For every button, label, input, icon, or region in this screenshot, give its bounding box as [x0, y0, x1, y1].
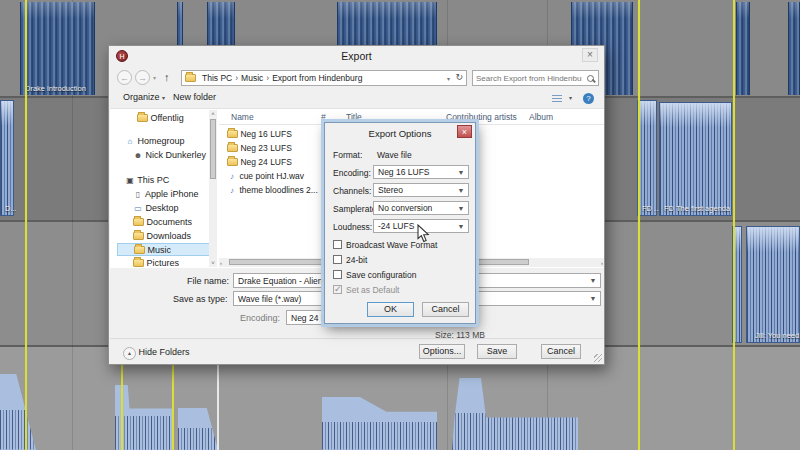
audio-file-icon: ♪	[227, 184, 237, 198]
search-box[interactable]	[472, 70, 599, 86]
sidebar-item-apple-iphone[interactable]: ▯ Apple iPhone	[133, 188, 199, 201]
audio-clip[interactable]	[788, 2, 800, 95]
channels-label: Channels:	[333, 186, 371, 196]
sidebar-item-nick-dunkerley[interactable]: ☻ Nick Dunkerley	[133, 149, 206, 162]
save-button[interactable]: Save	[477, 344, 517, 359]
24-bit-checkbox[interactable]	[333, 255, 342, 264]
chevron-down-icon[interactable]: ▼	[455, 220, 467, 232]
ok-button[interactable]: OK	[367, 302, 414, 317]
list-item-folder[interactable]: Neg 23 LUFS	[227, 141, 292, 155]
column-header-name[interactable]: Name	[231, 112, 254, 122]
chevron-down-icon[interactable]: ▼	[587, 274, 599, 287]
sidebar-scrollbar[interactable]: ˄ ˅	[209, 110, 217, 267]
user-icon: ☻	[133, 149, 143, 162]
address-dropdown-icon[interactable]: ▾	[447, 75, 450, 82]
list-item-audio-file[interactable]: ♪ theme bloodlines 2...	[227, 183, 318, 197]
marker-line[interactable]	[733, 0, 735, 450]
sidebar-item-pictures[interactable]: Pictures	[133, 257, 179, 270]
cancel-button[interactable]: Cancel	[541, 344, 581, 359]
audio-file-icon: ♪	[227, 170, 237, 184]
new-folder-button[interactable]: New folder	[173, 92, 216, 102]
options-dialog-title: Export Options	[325, 128, 475, 139]
encoding-select[interactable]: Neg 16 LUFS ▼	[373, 165, 469, 179]
save-configuration-checkbox[interactable]	[333, 270, 342, 279]
options-button[interactable]: Options...	[419, 344, 465, 359]
hide-folders-button[interactable]: ▲ Hide Folders	[123, 347, 190, 360]
column-header-contributing-artists[interactable]: Contributing artists	[446, 112, 517, 122]
clip-label: FD The first agenda	[664, 204, 730, 213]
chevron-down-icon[interactable]: ▼	[455, 202, 467, 214]
audio-clip[interactable]: FD ...	[637, 100, 657, 216]
help-icon[interactable]: ?	[583, 93, 594, 104]
sidebar-item-this-pc[interactable]: ▣ This PC	[125, 174, 169, 187]
cancel-button[interactable]: Cancel	[422, 302, 469, 317]
format-value: Wave file	[377, 150, 412, 160]
encoding-label: Encoding:	[240, 313, 280, 323]
encoding-label: Encoding:	[333, 168, 371, 178]
scroll-down-icon[interactable]: ˅	[209, 259, 217, 267]
forward-button[interactable]: →	[135, 70, 150, 85]
chevron-down-icon[interactable]: ▼	[455, 166, 467, 178]
channels-select[interactable]: Stereo ▼	[373, 183, 469, 197]
chevron-down-icon[interactable]: ▼	[587, 292, 599, 305]
close-icon[interactable]: ×	[582, 48, 598, 62]
sidebar-item-downloads[interactable]: Downloads	[133, 230, 191, 243]
scroll-left-icon[interactable]: ‹	[220, 259, 222, 267]
scrollbar-thumb[interactable]	[210, 119, 216, 179]
column-header-album[interactable]: Album	[529, 112, 553, 122]
homegroup-icon: ⌂	[125, 135, 135, 148]
audio-clip[interactable]: D...	[0, 100, 14, 216]
audio-clip[interactable]: Jill: You need to	[746, 226, 800, 343]
save-as-type-label: Save as type:	[173, 294, 228, 304]
set-as-default-label: Set as Default	[346, 285, 399, 295]
scroll-right-icon[interactable]: ›	[601, 259, 603, 267]
scroll-up-icon[interactable]: ˄	[209, 110, 217, 118]
broadcast-wave-format-checkbox[interactable]	[333, 240, 342, 249]
search-icon	[587, 75, 594, 82]
list-item-folder[interactable]: Neg 24 LUFS	[227, 155, 292, 169]
phone-icon: ▯	[133, 188, 143, 201]
folder-icon	[133, 259, 144, 267]
audio-clip[interactable]: FD The first agenda	[659, 102, 732, 216]
view-list-icon[interactable]	[552, 95, 562, 103]
column-header-title[interactable]: Title	[346, 112, 362, 122]
column-header-number[interactable]: #	[321, 112, 326, 122]
sidebar-item-music[interactable]: Music	[117, 243, 211, 256]
samplerate-label: Samplerate:	[333, 204, 379, 214]
marker-line[interactable]	[638, 0, 640, 450]
folder-icon	[137, 114, 148, 122]
breadcrumb-export-from-hindenburg[interactable]: Export from Hindenburg	[269, 71, 365, 86]
list-item-folder[interactable]: Neg 16 LUFS	[227, 127, 292, 141]
breadcrumb-this-pc[interactable]: This PC	[199, 71, 235, 86]
caret-down-icon: ▾	[162, 95, 165, 101]
clip-label: D...	[5, 204, 16, 213]
format-label: Format:	[333, 150, 362, 160]
up-button[interactable]: ↑	[164, 71, 170, 83]
organize-button[interactable]: Organize ▾	[123, 92, 165, 102]
sidebar-item-homegroup[interactable]: ⌂ Homegroup	[125, 135, 185, 148]
resize-grip[interactable]	[594, 354, 602, 362]
back-button[interactable]: ←	[117, 70, 132, 85]
clip-label: Drake introduction	[25, 84, 86, 93]
chevron-down-icon[interactable]: ▼	[455, 184, 467, 196]
sidebar-item-documents[interactable]: Documents	[133, 216, 192, 229]
breadcrumb-music[interactable]: Music	[238, 71, 266, 86]
samplerate-select[interactable]: No conversion ▼	[373, 201, 469, 215]
sidebar-item-offentlig[interactable]: Offentlig	[137, 112, 184, 125]
clip-label: FD ...	[642, 204, 659, 213]
search-input[interactable]	[476, 71, 582, 85]
set-as-default-checkbox[interactable]	[333, 285, 342, 294]
breadcrumb[interactable]: This PC›Music›Export from Hindenburg ▾ ↻	[181, 70, 467, 86]
audio-clip[interactable]	[736, 2, 750, 95]
folder-icon	[227, 144, 238, 152]
audio-clip[interactable]: Drake introduction	[20, 2, 95, 95]
marker-line[interactable]	[25, 0, 27, 450]
list-item-audio-file[interactable]: ♪ cue point HJ.wav	[227, 169, 304, 183]
sidebar-item-desktop[interactable]: ▭ Desktop	[133, 202, 179, 215]
recent-locations-icon[interactable]: ▾	[153, 74, 156, 81]
close-icon[interactable]: ×	[457, 125, 472, 138]
refresh-icon[interactable]: ↻	[455, 72, 463, 82]
view-dropdown-icon[interactable]: ▾	[569, 94, 572, 101]
24-bit-label: 24-bit	[346, 255, 367, 265]
export-options-dialog: Export Options × Format: Wave file Encod…	[324, 122, 476, 324]
